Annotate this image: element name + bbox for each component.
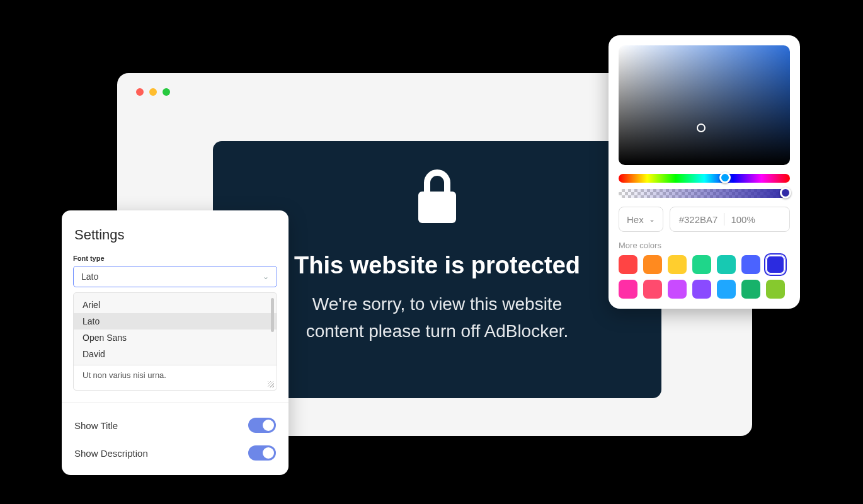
show-description-toggle[interactable] <box>248 445 276 461</box>
settings-panel: Settings Font type Lato ⌄ Ariel Lato Ope… <box>62 210 289 475</box>
font-option-david[interactable]: David <box>74 346 277 362</box>
color-swatch[interactable] <box>643 280 662 299</box>
font-type-value: Lato <box>81 272 98 282</box>
color-swatch[interactable] <box>692 280 711 299</box>
color-swatch[interactable] <box>643 255 662 274</box>
alpha-value: 100% <box>731 214 755 225</box>
resize-handle-icon[interactable] <box>268 381 274 387</box>
window-maximize-button[interactable] <box>163 88 170 96</box>
hue-slider[interactable] <box>619 174 790 183</box>
hex-input[interactable]: #322BA7 100% <box>670 207 790 232</box>
color-swatch[interactable] <box>692 255 711 274</box>
color-swatch[interactable] <box>741 280 760 299</box>
hex-value: #322BA7 <box>679 214 718 225</box>
sv-cursor[interactable] <box>697 123 706 132</box>
svg-rect-0 <box>418 192 456 223</box>
swatch-grid <box>619 255 790 299</box>
color-format-select[interactable]: Hex ⌄ <box>619 207 663 232</box>
color-swatch[interactable] <box>741 255 760 274</box>
show-description-row: Show Description <box>73 442 277 464</box>
color-swatch[interactable] <box>668 255 687 274</box>
show-title-label: Show Title <box>74 420 118 431</box>
font-option-open-sans[interactable]: Open Sans <box>74 329 277 346</box>
color-swatch[interactable] <box>766 280 785 299</box>
alpha-slider[interactable] <box>619 189 790 198</box>
show-title-toggle[interactable] <box>248 418 276 433</box>
settings-title: Settings <box>73 227 277 243</box>
lock-icon <box>413 166 461 228</box>
chevron-down-icon: ⌄ <box>649 215 655 224</box>
font-type-label: Font type <box>73 255 277 262</box>
color-swatch[interactable] <box>766 255 785 274</box>
hue-handle[interactable] <box>719 172 731 183</box>
chevron-down-icon: ⌄ <box>263 272 269 281</box>
divider <box>62 402 289 403</box>
color-swatch[interactable] <box>717 255 736 274</box>
font-type-dropdown: Ariel Lato Open Sans David Ut non varius… <box>73 292 277 391</box>
color-swatch[interactable] <box>668 280 687 299</box>
window-minimize-button[interactable] <box>149 88 157 96</box>
color-format-value: Hex <box>627 214 644 225</box>
show-description-label: Show Description <box>74 448 148 459</box>
color-swatch[interactable] <box>619 280 637 299</box>
saturation-value-panel[interactable] <box>619 45 790 165</box>
window-close-button[interactable] <box>136 88 144 96</box>
color-swatch[interactable] <box>717 280 736 299</box>
show-title-row: Show Title <box>73 414 277 437</box>
protected-description: We're sorry, to view this website conten… <box>306 290 569 345</box>
font-option-ariel[interactable]: Ariel <box>74 297 277 313</box>
font-option-lato[interactable]: Lato <box>74 313 277 329</box>
font-type-select[interactable]: Lato ⌄ <box>73 266 277 287</box>
protected-title: This website is protected <box>294 252 580 279</box>
divider <box>724 213 724 226</box>
description-textarea[interactable]: Ut non varius nisi urna. <box>74 365 277 390</box>
alpha-handle[interactable] <box>780 187 791 198</box>
dropdown-scrollbar[interactable] <box>271 298 274 332</box>
more-colors-label: More colors <box>619 241 790 250</box>
color-picker-panel: Hex ⌄ #322BA7 100% More colors <box>609 35 800 309</box>
color-swatch[interactable] <box>619 255 637 274</box>
